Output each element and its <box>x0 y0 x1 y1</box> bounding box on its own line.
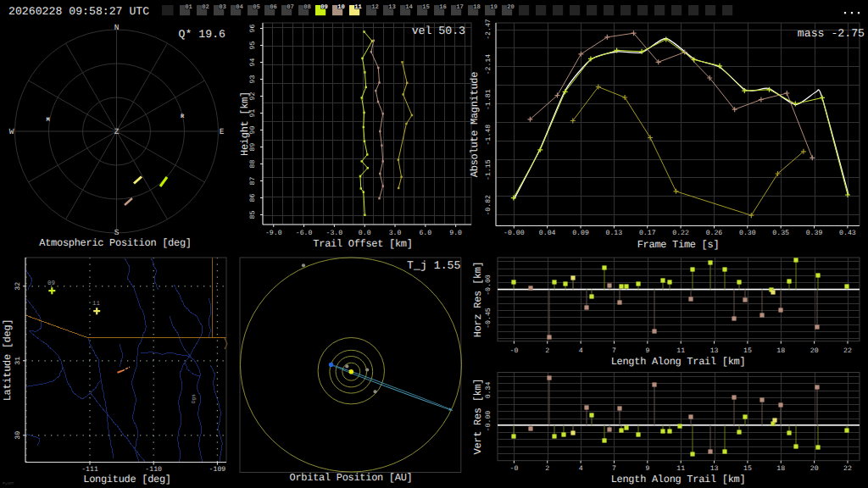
svg-text:-2.47: -2.47 <box>485 19 492 40</box>
svg-text:Atmospheric Position [deg]: Atmospheric Position [deg] <box>39 237 191 249</box>
svg-text:11: 11 <box>676 347 685 355</box>
svg-text:15: 15 <box>743 465 752 473</box>
svg-text:Orbital Position [AU]: Orbital Position [AU] <box>290 472 413 484</box>
svg-text:30: 30 <box>14 431 22 440</box>
svg-text:4: 4 <box>579 347 583 355</box>
svg-text:13: 13 <box>710 347 719 355</box>
svg-text:-3.0: -3.0 <box>326 230 343 237</box>
svg-text:-6.0: -6.0 <box>296 230 313 237</box>
svg-text:0.39: 0.39 <box>806 230 823 237</box>
svg-text:96: 96 <box>249 25 257 33</box>
svg-text:PyGMT: PyGMT <box>3 481 14 486</box>
svg-text:Q* 19.6: Q* 19.6 <box>179 28 225 41</box>
svg-text:W: W <box>9 127 14 136</box>
svg-text:mass -2.75: mass -2.75 <box>798 27 865 40</box>
svg-text:93: 93 <box>249 75 257 84</box>
svg-text:88: 88 <box>249 160 257 169</box>
svg-text:94: 94 <box>249 58 257 67</box>
svg-text:15: 15 <box>743 347 752 355</box>
svg-text:T_j 1.55: T_j 1.55 <box>407 259 460 272</box>
svg-text:18: 18 <box>776 347 785 355</box>
svg-text:9: 9 <box>645 347 649 355</box>
svg-text:-109: -109 <box>209 466 226 474</box>
svg-text:18: 18 <box>776 465 785 473</box>
svg-text:22: 22 <box>843 465 852 473</box>
svg-text:Horz Res [km]: Horz Res [km] <box>472 261 484 337</box>
svg-text:14: 14 <box>405 4 413 11</box>
svg-text:-1.48: -1.48 <box>485 125 492 146</box>
svg-text:11: 11 <box>92 301 100 308</box>
svg-text:7: 7 <box>612 465 616 473</box>
svg-text:02: 02 <box>202 4 209 11</box>
svg-text:3.0: 3.0 <box>389 230 402 237</box>
svg-text:-9.0: -9.0 <box>265 230 282 237</box>
svg-text:-0.45: -0.45 <box>485 308 492 329</box>
svg-text:86: 86 <box>249 194 257 202</box>
svg-text:04: 04 <box>236 4 243 11</box>
svg-text:0.34: 0.34 <box>485 382 492 399</box>
svg-text:E: E <box>220 127 225 136</box>
svg-text:0.43: 0.43 <box>839 230 856 237</box>
svg-text:01: 01 <box>185 4 192 11</box>
svg-text:7: 7 <box>612 347 616 355</box>
svg-text:-0: -0 <box>509 465 518 473</box>
svg-text:-110: -110 <box>145 466 162 474</box>
svg-text:Vert Res [km]: Vert Res [km] <box>472 379 484 455</box>
svg-text:-1.81: -1.81 <box>485 89 492 110</box>
svg-text:Length Along Trail [km]: Length Along Trail [km] <box>611 356 746 368</box>
svg-text:9: 9 <box>645 465 649 473</box>
svg-text:87: 87 <box>249 177 257 186</box>
svg-text:15: 15 <box>422 4 430 11</box>
svg-text:Z: Z <box>114 127 120 136</box>
svg-text:0.30: 0.30 <box>739 230 756 237</box>
svg-text:9.0: 9.0 <box>449 230 462 237</box>
svg-text:06: 06 <box>270 4 277 11</box>
svg-text:20: 20 <box>810 347 819 355</box>
svg-text:0.22: 0.22 <box>672 230 689 237</box>
svg-text:32: 32 <box>14 282 22 291</box>
svg-text:-0.00: -0.00 <box>504 230 525 237</box>
svg-text:6.0: 6.0 <box>419 230 431 237</box>
svg-text:Frame Time [s]: Frame Time [s] <box>637 239 720 251</box>
svg-text:85: 85 <box>249 211 257 219</box>
svg-text:95: 95 <box>249 42 257 50</box>
svg-text:N: N <box>114 23 120 32</box>
svg-text:10: 10 <box>337 4 345 11</box>
svg-text:13: 13 <box>388 4 396 11</box>
svg-text:vel 50.3: vel 50.3 <box>412 25 465 37</box>
svg-text:11: 11 <box>354 4 362 11</box>
svg-text:2: 2 <box>545 347 549 355</box>
svg-text:4: 4 <box>579 465 583 473</box>
svg-text:0.17: 0.17 <box>639 230 656 237</box>
svg-text:0.13: 0.13 <box>606 230 623 237</box>
svg-text:13: 13 <box>710 465 719 473</box>
svg-text:07: 07 <box>287 4 294 11</box>
svg-text:08: 08 <box>303 4 311 11</box>
svg-text:M: M <box>46 117 49 124</box>
svg-text:-0.82: -0.82 <box>485 195 492 216</box>
svg-text:-0.00: -0.00 <box>485 274 492 296</box>
svg-text:-2.14: -2.14 <box>485 54 492 75</box>
svg-text:09: 09 <box>47 280 55 287</box>
svg-text:0.09: 0.09 <box>572 230 589 237</box>
svg-text:2: 2 <box>545 465 549 473</box>
svg-text:-0: -0 <box>509 347 518 355</box>
svg-text:Longitude [deg]: Longitude [deg] <box>83 474 171 485</box>
svg-text:0.04: 0.04 <box>539 230 556 237</box>
svg-text:0.26: 0.26 <box>706 230 723 237</box>
svg-text:20: 20 <box>507 4 515 11</box>
svg-text:Trail Offset [km]: Trail Offset [km] <box>313 238 412 250</box>
svg-text:22: 22 <box>843 347 852 355</box>
svg-text:16: 16 <box>439 4 447 11</box>
svg-text:11: 11 <box>676 465 685 473</box>
svg-text:18: 18 <box>473 4 481 11</box>
svg-text:0.0: 0.0 <box>359 230 371 237</box>
svg-text:-111: -111 <box>81 466 98 474</box>
svg-text:17: 17 <box>456 4 464 11</box>
svg-text:12: 12 <box>371 4 379 11</box>
svg-text:-1.15: -1.15 <box>485 159 492 180</box>
svg-text:19: 19 <box>490 4 498 11</box>
svg-text:-0.00: -0.00 <box>485 411 492 432</box>
svg-text:20: 20 <box>810 465 819 473</box>
svg-text:S: S <box>114 228 120 237</box>
